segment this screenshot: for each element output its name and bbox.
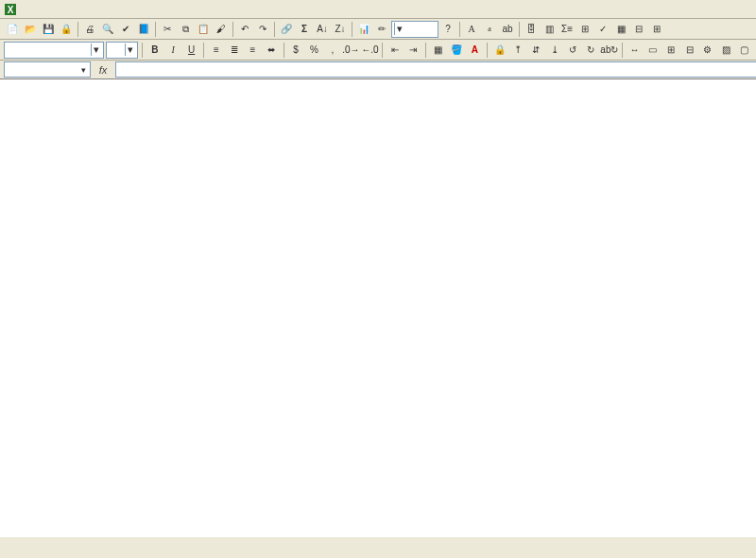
lock-icon[interactable]: 🔒 [491,42,507,59]
print-preview-icon[interactable]: 🔍 [99,21,116,38]
drawing-icon[interactable]: ✏ [373,21,390,38]
separator [622,43,623,58]
sheet-fill-icon[interactable]: ▨ [718,42,734,59]
formula-input[interactable] [115,61,756,78]
underline-icon[interactable]: U [183,42,199,59]
chart-icon[interactable]: 📊 [355,21,372,38]
sort-asc-icon[interactable]: A↓ [314,21,331,38]
new-icon[interactable]: 📄 [4,21,21,38]
font-small-icon[interactable]: a [481,21,498,38]
worksheet-area[interactable] [0,79,756,537]
standard-toolbar: 📄 📂 💾 🔒 🖨 🔍 ✔ 📘 ✂ ⧉ 📋 🖌 ↶ ↷ 🔗 Σ A↓ Z↓ 📊 … [0,19,756,40]
align-right-icon[interactable]: ≡ [245,42,261,59]
separator [232,22,233,37]
formula-bar: ▾ fx [0,61,756,79]
sort-desc-icon[interactable]: Z↓ [332,21,349,38]
decrease-indent-icon[interactable]: ⇤ [387,42,403,59]
redo-icon[interactable]: ↷ [254,21,271,38]
hyperlink-icon[interactable]: 🔗 [278,21,295,38]
borders-icon[interactable]: ▦ [430,42,446,59]
subtotals-icon[interactable]: Σ≡ [558,21,576,38]
ungroup-icon[interactable]: ⊞ [648,21,665,38]
align-left-icon[interactable]: ≡ [208,42,224,59]
menu-bar: X [0,0,756,19]
comma-icon[interactable]: , [324,42,340,59]
delete-cells-icon[interactable]: ⊟ [681,42,697,59]
fill-color-icon[interactable]: 🪣 [448,42,464,59]
separator [352,22,352,37]
separator [382,43,383,58]
rotate-text-icon[interactable]: ab↻ [601,42,618,59]
font-large-icon[interactable]: A [463,21,480,38]
separator [142,43,143,58]
autosum-icon[interactable]: Σ [296,21,313,38]
font-size-combo[interactable]: ▾ [106,42,139,59]
insert-cells-icon[interactable]: ⊞ [663,42,679,59]
font-color-icon[interactable]: A [467,42,483,59]
align-center-icon[interactable]: ≣ [227,42,243,59]
separator [425,43,426,58]
cut-icon[interactable]: ✂ [159,21,176,38]
format-cells-icon[interactable]: ⚙ [699,42,715,59]
help-icon[interactable]: ? [439,21,456,38]
spelling-icon[interactable]: ✔ [117,21,134,38]
separator [487,43,488,58]
percent-icon[interactable]: % [306,42,322,59]
print-icon[interactable]: 🖨 [81,21,98,38]
autofit-icon[interactable]: ↔ [627,42,643,59]
pivot-icon[interactable]: ⊞ [576,21,593,38]
autofilter-icon[interactable]: ▥ [541,21,558,38]
permissions-icon[interactable]: 🔒 [58,21,75,38]
format-painter-icon[interactable]: 🖌 [213,21,230,38]
separator [459,22,460,37]
validate-icon[interactable]: ✓ [594,21,611,38]
save-icon[interactable]: 💾 [40,21,57,38]
align-bottom-icon[interactable]: ⤓ [546,42,562,59]
fx-icon[interactable]: fx [94,64,112,76]
chevron-down-icon[interactable]: ▾ [81,65,86,75]
cell-style-icon[interactable]: ▭ [644,42,661,59]
increase-decimal-icon[interactable]: .0→ [342,42,359,59]
separator [519,22,520,37]
separator [155,22,156,37]
separator [284,43,284,58]
zoom-combo[interactable]: ▾ [391,21,438,38]
separator [77,22,78,37]
consolidate-icon[interactable]: ▦ [612,21,629,38]
paste-icon[interactable]: 📋 [195,21,212,38]
align-middle-icon[interactable]: ⇵ [528,42,544,59]
currency-icon[interactable]: $ [287,42,303,59]
increase-indent-icon[interactable]: ⇥ [405,42,421,59]
decrease-decimal-icon[interactable]: ←.0 [361,42,378,59]
name-box[interactable]: ▾ [4,61,91,78]
merge-center-icon[interactable]: ⬌ [263,42,279,59]
research-icon[interactable]: 📘 [135,21,152,38]
formatting-toolbar: ▾ ▾ B I U ≡ ≣ ≡ ⬌ $ % , .0→ ←.0 ⇤ ⇥ ▦ 🪣 … [0,40,756,61]
align-top-icon[interactable]: ⤒ [509,42,525,59]
bold-icon[interactable]: B [146,42,163,59]
excel-icon: X [4,3,17,16]
copy-icon[interactable]: ⧉ [177,21,194,38]
database-icon[interactable]: 🗄 [523,21,540,38]
italic-icon[interactable]: I [165,42,181,59]
rotate-up-icon[interactable]: ↺ [564,42,580,59]
sheet-outline-icon[interactable]: ▢ [736,42,752,59]
font-highlight-icon[interactable]: ab [499,21,516,38]
font-name-combo[interactable]: ▾ [4,42,104,59]
separator [203,43,204,58]
separator [274,22,275,37]
rotate-down-icon[interactable]: ↻ [583,42,599,59]
open-icon[interactable]: 📂 [22,21,39,38]
undo-icon[interactable]: ↶ [236,21,253,38]
svg-text:X: X [8,5,14,15]
group-icon[interactable]: ⊟ [630,21,647,38]
